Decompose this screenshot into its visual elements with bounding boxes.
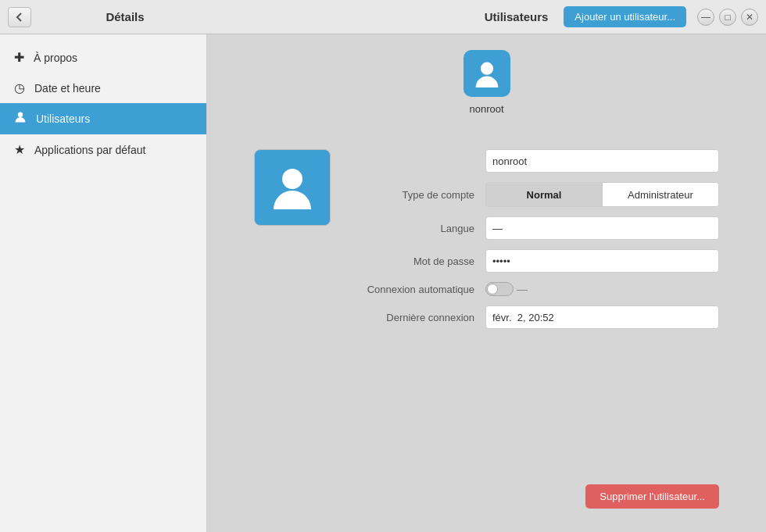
section-title: Détails bbox=[39, 10, 211, 23]
form-fields: Type de compte Normal Administrateur Lan… bbox=[349, 149, 719, 338]
account-type-normal[interactable]: Normal bbox=[486, 183, 603, 206]
sidebar-item-about[interactable]: ✚ À propos bbox=[0, 42, 206, 73]
toggle-knob bbox=[487, 284, 498, 295]
account-type-label: Type de compte bbox=[349, 189, 474, 201]
last-login-row: Dernière connexion bbox=[349, 305, 719, 329]
form-inner: Type de compte Normal Administrateur Lan… bbox=[254, 149, 719, 338]
language-input[interactable] bbox=[485, 216, 719, 240]
close-button[interactable]: ✕ bbox=[741, 9, 758, 26]
star-icon: ★ bbox=[14, 142, 25, 157]
password-input[interactable] bbox=[485, 249, 719, 273]
sidebar-item-label-datetime: Date et heure bbox=[34, 82, 101, 95]
sidebar-item-datetime[interactable]: ◷ Date et heure bbox=[0, 73, 206, 103]
toggle-dash: — bbox=[517, 283, 528, 295]
password-row: Mot de passe bbox=[349, 249, 719, 273]
content-area: nonroot bbox=[207, 34, 766, 532]
last-login-input bbox=[485, 305, 719, 329]
maximize-button[interactable]: □ bbox=[719, 9, 736, 26]
svg-point-2 bbox=[282, 169, 302, 189]
sidebar-item-label-users: Utilisateurs bbox=[36, 112, 90, 125]
bottom-bar: Supprimer l'utilisateur... bbox=[585, 469, 743, 509]
username-input[interactable] bbox=[485, 149, 719, 173]
svg-point-1 bbox=[480, 62, 492, 75]
account-type-admin[interactable]: Administrateur bbox=[603, 183, 718, 206]
language-label: Langue bbox=[349, 223, 474, 234]
clock-icon: ◷ bbox=[14, 80, 25, 95]
minimize-button[interactable]: — bbox=[697, 9, 714, 26]
language-row: Langue bbox=[349, 216, 719, 240]
sidebar-item-default-apps[interactable]: ★ Applications par défaut bbox=[0, 134, 206, 165]
titlebar: Détails Utilisateurs Ajouter un utilisat… bbox=[0, 0, 766, 34]
password-label: Mot de passe bbox=[349, 255, 474, 267]
svg-point-0 bbox=[18, 112, 23, 117]
sidebar: ✚ À propos ◷ Date et heure Utilisateurs … bbox=[0, 34, 207, 532]
page-title: Utilisateurs bbox=[485, 10, 549, 23]
user-icon bbox=[14, 111, 27, 127]
account-type-group: Normal Administrateur bbox=[485, 182, 719, 207]
auto-login-label: Connexion automatique bbox=[349, 284, 474, 295]
last-login-label: Dernière connexion bbox=[349, 312, 474, 323]
username-row bbox=[349, 149, 719, 173]
auto-login-row: Connexion automatique — bbox=[349, 282, 719, 296]
sidebar-item-label-apps: Applications par défaut bbox=[34, 144, 145, 156]
user-avatar-header[interactable] bbox=[464, 50, 510, 97]
account-type-row: Type de compte Normal Administrateur bbox=[349, 182, 719, 207]
form-card: Type de compte Normal Administrateur Lan… bbox=[207, 134, 766, 362]
delete-user-button[interactable]: Supprimer l'utilisateur... bbox=[585, 484, 719, 509]
user-avatar-large[interactable] bbox=[254, 149, 331, 226]
main-layout: ✚ À propos ◷ Date et heure Utilisateurs … bbox=[0, 34, 766, 532]
auto-login-toggle[interactable] bbox=[485, 282, 514, 296]
auto-login-toggle-container: — bbox=[485, 282, 528, 296]
pointer-triangle bbox=[476, 123, 498, 134]
user-name-display: nonroot bbox=[469, 103, 503, 115]
sidebar-item-label-about: À propos bbox=[34, 52, 77, 64]
window-controls: — □ ✕ bbox=[697, 9, 758, 26]
add-user-button[interactable]: Ajouter un utilisateur... bbox=[564, 6, 686, 27]
back-button[interactable] bbox=[8, 7, 31, 27]
plus-icon: ✚ bbox=[14, 50, 24, 65]
sidebar-item-users[interactable]: Utilisateurs bbox=[0, 103, 206, 134]
user-header: nonroot bbox=[464, 34, 510, 123]
